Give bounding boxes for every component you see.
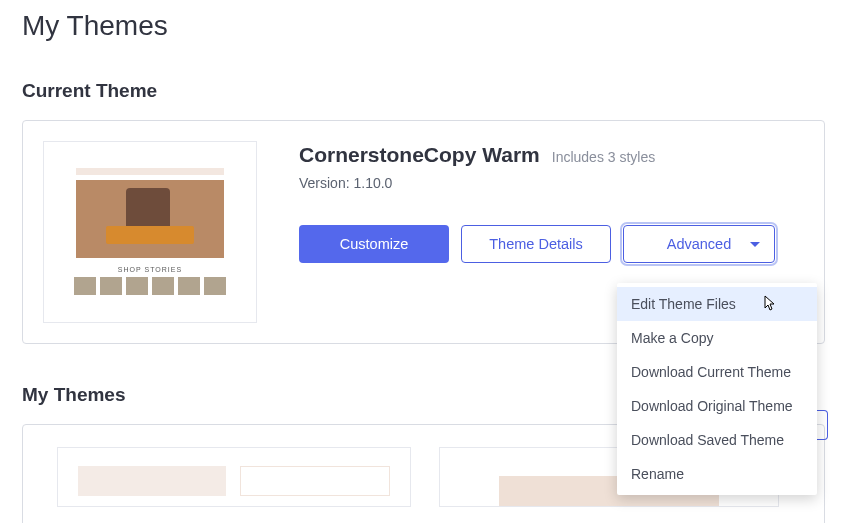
menu-make-a-copy[interactable]: Make a Copy <box>617 321 817 355</box>
theme-thumbnail[interactable]: SHOP STORIES <box>43 141 257 323</box>
thumb-hero-image <box>76 180 224 258</box>
menu-edit-theme-files[interactable]: Edit Theme Files <box>617 287 817 321</box>
theme-styles-count: Includes 3 styles <box>552 149 656 165</box>
theme-actions: Customize Theme Details Advanced <box>299 225 804 263</box>
thumb-panel <box>240 466 390 496</box>
advanced-dropdown: Edit Theme Files Make a Copy Download Cu… <box>617 283 817 495</box>
menu-item-label: Edit Theme Files <box>631 296 736 312</box>
menu-download-saved-theme[interactable]: Download Saved Theme <box>617 423 817 457</box>
thumb-label: SHOP STORIES <box>118 266 182 273</box>
theme-version: Version: 1.10.0 <box>299 175 804 191</box>
current-theme-heading: Current Theme <box>22 80 825 102</box>
theme-name: CornerstoneCopy Warm <box>299 143 540 167</box>
thumb-panel <box>78 466 226 496</box>
menu-download-current-theme[interactable]: Download Current Theme <box>617 355 817 389</box>
thumb-product-row <box>74 277 226 295</box>
page-title: My Themes <box>22 10 825 42</box>
customize-button[interactable]: Customize <box>299 225 449 263</box>
theme-thumbnail[interactable] <box>57 447 411 507</box>
cursor-pointer-icon <box>761 295 777 316</box>
menu-download-original-theme[interactable]: Download Original Theme <box>617 389 817 423</box>
advanced-button[interactable]: Advanced <box>623 225 775 263</box>
theme-details-button[interactable]: Theme Details <box>461 225 611 263</box>
chevron-down-icon <box>750 242 760 247</box>
thumb-header-bar <box>76 168 224 175</box>
menu-rename[interactable]: Rename <box>617 457 817 491</box>
advanced-button-label: Advanced <box>667 236 732 252</box>
